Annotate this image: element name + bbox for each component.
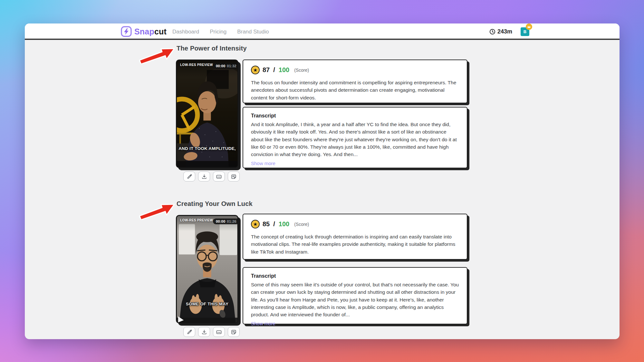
score-label: (Score) [294, 222, 309, 227]
pencil-icon [187, 174, 192, 180]
edit-clip-button[interactable] [183, 172, 195, 181]
video-caption: AND IT TOOK AMPLITUDE, [177, 146, 237, 151]
video-thumbnail [177, 216, 237, 322]
video-topbar: LOW-RES PREVIEW 00:0001:26 [177, 216, 237, 227]
user-avatar[interactable]: B [521, 27, 529, 36]
nav-pricing[interactable]: Pricing [210, 29, 226, 35]
pencil-icon [187, 329, 192, 335]
export-notes-button[interactable] [228, 172, 240, 181]
red-arrow-annotation [138, 202, 177, 220]
premium-badge [526, 23, 532, 30]
score-value: 85 [263, 220, 270, 228]
transcript-card: Transcript Some of this may seem like it… [243, 267, 467, 324]
score-card: ★ 85 / 100 (Score) The concept of creati… [243, 214, 467, 260]
snapcut-logo[interactable]: Snapcut [121, 26, 167, 37]
clock-icon [489, 29, 495, 35]
score-description: The focus on founder intensity and commi… [251, 79, 459, 101]
score-row: ★ 87 / 100 (Score) [251, 66, 459, 74]
video-thumbnail [177, 60, 237, 167]
video-preview[interactable]: LOW-RES PREVIEW 00:0001:32 AND IT TOOK A… [176, 60, 238, 168]
time-pill: 00:0001:26 [213, 218, 238, 224]
minutes-value: 243m [497, 28, 512, 35]
edit-clip-button[interactable] [183, 327, 195, 337]
score-row: ★ 85 / 100 (Score) [251, 220, 459, 228]
star-icon: ★ [251, 66, 260, 74]
red-arrow-annotation [138, 47, 177, 64]
captions-button[interactable] [213, 172, 225, 181]
score-divider: / [273, 220, 275, 228]
clip-actions [183, 172, 240, 181]
minutes-remaining: 243m [489, 28, 512, 35]
captions-icon [216, 329, 222, 335]
score-card: ★ 87 / 100 (Score) The focus on founder … [243, 60, 467, 103]
export-notes-button[interactable] [228, 327, 240, 337]
star-icon: ★ [251, 220, 260, 228]
time-pill: 00:0001:32 [213, 63, 238, 69]
notes-icon [231, 174, 237, 180]
captions-button[interactable] [213, 327, 225, 337]
score-total: 100 [279, 66, 289, 74]
header-right: 243m B [489, 23, 529, 40]
transcript-heading: Transcript [251, 113, 459, 119]
score-divider: / [273, 66, 275, 74]
score-total: 100 [279, 220, 289, 228]
transcript-heading: Transcript [251, 273, 459, 279]
captions-icon [216, 174, 222, 180]
score-label: (Score) [294, 68, 309, 73]
nav-brand-studio[interactable]: Brand Studio [237, 29, 269, 35]
transcript-card: Transcript And it took Amplitude, I thin… [243, 107, 467, 168]
crown-icon [527, 25, 531, 29]
transcript-text: Some of this may seem like it's outside … [251, 281, 459, 318]
video-topbar: LOW-RES PREVIEW 00:0001:32 [177, 60, 237, 71]
app-header: Snapcut Dashboard Pricing Brand Studio 2… [25, 23, 620, 40]
video-preview[interactable]: LOW-RES PREVIEW 00:0001:26 SOME OF THIS … [176, 215, 238, 323]
transcript-text: And it took Amplitude, I think, a year a… [251, 121, 459, 158]
score-value: 87 [263, 66, 270, 74]
show-more-link[interactable]: Show more [251, 321, 275, 326]
download-icon [201, 329, 207, 335]
lowres-preview-label: LOW-RES PREVIEW [180, 63, 213, 67]
app-window: Snapcut Dashboard Pricing Brand Studio 2… [25, 23, 620, 339]
clip-actions [183, 327, 240, 337]
lowres-preview-label: LOW-RES PREVIEW [180, 218, 213, 222]
clip-title: Creating Your Own Luck [177, 200, 253, 208]
download-clip-button[interactable] [198, 172, 210, 181]
lightning-logo-icon [121, 26, 132, 37]
notes-icon [231, 329, 237, 335]
score-description: The concept of creating luck through det… [251, 233, 459, 255]
video-caption: SOME OF THIS MAY [177, 302, 237, 306]
download-clip-button[interactable] [198, 327, 210, 337]
download-icon [201, 174, 207, 180]
logo-wordmark: Snapcut [134, 27, 167, 36]
nav-dashboard[interactable]: Dashboard [172, 29, 199, 35]
show-more-link[interactable]: Show more [251, 161, 275, 166]
clip-title: The Power of Intensity [177, 45, 247, 52]
page: Snapcut Dashboard Pricing Brand Studio 2… [0, 0, 644, 362]
main-nav: Dashboard Pricing Brand Studio [172, 23, 269, 40]
